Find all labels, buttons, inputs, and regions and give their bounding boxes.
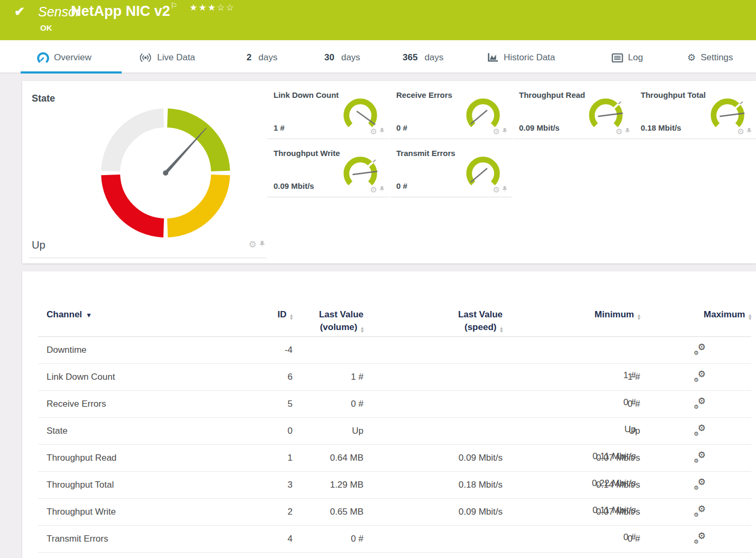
gauge-settings-gear-icon[interactable]: ⚙ bbox=[370, 127, 377, 135]
channel-settings-gears-icon[interactable]: ⚙⚙ bbox=[693, 397, 706, 409]
tab-log-label: Log bbox=[628, 52, 643, 63]
tab-overview-label: Overview bbox=[54, 52, 92, 63]
stars-empty-icon[interactable]: ☆☆ bbox=[217, 3, 235, 13]
channel-last-volume: 0 # bbox=[293, 399, 363, 409]
channel-id: 0 bbox=[220, 426, 293, 436]
state-gauge-cell: State Up ⚙ bbox=[29, 87, 266, 258]
channel-name[interactable]: Link Down Count bbox=[38, 372, 220, 382]
state-gauge bbox=[99, 107, 232, 239]
status-check-icon: ✔ bbox=[14, 4, 25, 19]
flag-icon[interactable]: ⚐ bbox=[170, 1, 177, 11]
channel-maximum: 0 # bbox=[529, 532, 636, 543]
mini-gauge-title: Receive Errors bbox=[396, 90, 452, 99]
gear-icon: ⚙ bbox=[687, 53, 696, 62]
channel-maximum: 0.11 Mbit/s bbox=[529, 451, 636, 462]
table-row-throughput-read: Throughput Read 1 0.64 MB 0.09 Mbit/s 0.… bbox=[38, 445, 751, 472]
column-header-last-value-volume[interactable]: Last Value(volume)▴▾ bbox=[293, 308, 363, 334]
tab-live-data[interactable]: Live Data bbox=[139, 51, 195, 65]
column-header-last-value-speed[interactable]: Last Value(speed)▴▾ bbox=[363, 308, 503, 334]
gauge-settings-gear-icon[interactable]: ⚙ bbox=[493, 186, 500, 194]
channel-settings-gears-icon[interactable]: ⚙⚙ bbox=[693, 370, 706, 382]
gauge-settings-gear-icon[interactable]: ⚙ bbox=[493, 127, 500, 135]
channels-table-header: Channel▼ ID▴▾ Last Value(volume)▴▾ Last … bbox=[38, 303, 751, 337]
mini-gauge-throughput-read: Throughput Read 0.09 Mbit/s ⚙ bbox=[513, 87, 634, 139]
pin-icon[interactable] bbox=[259, 241, 265, 249]
live-signal-icon bbox=[139, 52, 152, 63]
stars-filled-icon[interactable]: ★★★ bbox=[189, 3, 217, 13]
column-header-maximum[interactable]: Maximum▴▾ bbox=[640, 308, 751, 321]
channel-last-speed: 0.09 Mbit/s bbox=[363, 507, 503, 517]
pin-icon[interactable] bbox=[379, 128, 385, 135]
mini-gauge-throughput-total: Throughput Total 0.18 Mbit/s ⚙ bbox=[634, 87, 756, 139]
channel-name[interactable]: Receive Errors bbox=[38, 399, 220, 409]
gauges-panel: State Up ⚙ Link Down Count bbox=[22, 81, 756, 263]
sensor-title: NetApp NIC v2 bbox=[71, 3, 170, 20]
pin-icon[interactable] bbox=[625, 128, 630, 135]
channel-name[interactable]: Downtime bbox=[38, 345, 220, 355]
pin-icon[interactable] bbox=[379, 186, 385, 193]
tab-settings-label: Settings bbox=[700, 52, 733, 63]
channel-id: 4 bbox=[220, 534, 293, 544]
channel-settings-gears-icon[interactable]: ⚙⚙ bbox=[693, 424, 706, 436]
channel-settings-gears-icon[interactable]: ⚙⚙ bbox=[693, 505, 706, 517]
tab-365-days[interactable]: 365days bbox=[403, 51, 443, 65]
pin-icon[interactable] bbox=[746, 128, 752, 135]
mini-gauge-link-down-count: Link Down Count 1 # ⚙ bbox=[267, 87, 389, 139]
pin-icon[interactable] bbox=[502, 186, 507, 193]
channel-settings-gears-icon[interactable]: ⚙⚙ bbox=[693, 451, 706, 463]
tab-2-days[interactable]: 2days bbox=[247, 51, 277, 65]
channel-settings-gears-icon[interactable]: ⚙⚙ bbox=[693, 478, 706, 490]
mini-gauge-value: 0.09 Mbit/s bbox=[519, 123, 560, 132]
priority-stars[interactable]: ★★★☆☆ bbox=[189, 2, 235, 13]
mini-gauge-title: Link Down Count bbox=[274, 90, 339, 99]
channel-id: 2 bbox=[220, 507, 293, 517]
channel-name[interactable]: State bbox=[38, 426, 220, 436]
tab-30-days[interactable]: 30days bbox=[324, 51, 360, 65]
channel-name[interactable]: Throughput Write bbox=[38, 507, 220, 517]
tab-historic-data[interactable]: Historic Data bbox=[487, 51, 555, 65]
mini-gauge-throughput-write: Throughput Write 0.09 Mbit/s ⚙ bbox=[267, 145, 389, 197]
table-row-throughput-write: Throughput Write 2 0.65 MB 0.09 Mbit/s 0… bbox=[38, 499, 751, 526]
tab-live-data-label: Live Data bbox=[157, 52, 195, 63]
chart-icon bbox=[487, 52, 499, 63]
channels-table: Channel▼ ID▴▾ Last Value(volume)▴▾ Last … bbox=[38, 303, 751, 553]
channel-name[interactable]: Transmit Errors bbox=[38, 534, 220, 544]
sensor-status-badge: OK bbox=[40, 23, 52, 32]
channel-last-volume: Up bbox=[293, 426, 363, 436]
state-gauge-needle bbox=[163, 128, 207, 176]
tab-2-days-number: 2 bbox=[247, 52, 251, 63]
gauge-settings-gear-icon[interactable]: ⚙ bbox=[249, 240, 257, 249]
tab-365-days-number: 365 bbox=[403, 52, 417, 63]
channel-maximum: 0.22 Mbit/s bbox=[529, 478, 636, 489]
channel-id: 5 bbox=[220, 399, 293, 409]
channel-last-volume: 0.64 MB bbox=[293, 453, 363, 463]
tab-overview[interactable]: Overview bbox=[37, 51, 92, 65]
channel-settings-gears-icon[interactable]: ⚙⚙ bbox=[693, 532, 706, 544]
gauge-settings-gear-icon[interactable]: ⚙ bbox=[370, 186, 377, 194]
channel-id: 1 bbox=[220, 453, 293, 463]
gauge-settings-gear-icon[interactable]: ⚙ bbox=[737, 127, 744, 135]
channel-id: 3 bbox=[220, 480, 293, 490]
gauge-settings-gear-icon[interactable]: ⚙ bbox=[616, 127, 623, 135]
column-header-channel[interactable]: Channel▼ bbox=[38, 308, 220, 322]
tab-365-days-label: days bbox=[424, 52, 443, 63]
column-header-minimum[interactable]: Minimum▴▾ bbox=[503, 308, 640, 321]
mini-gauge-value: 0.09 Mbit/s bbox=[274, 181, 314, 190]
channel-id: -4 bbox=[220, 345, 293, 355]
table-row-receive-errors: Receive Errors 5 0 # 0 # 0 #⚙⚙ bbox=[38, 391, 751, 418]
channel-maximum: Up bbox=[529, 424, 636, 435]
channel-name[interactable]: Throughput Total bbox=[38, 480, 220, 490]
tab-settings[interactable]: ⚙ Settings bbox=[687, 51, 733, 65]
channel-name[interactable]: Throughput Read bbox=[38, 453, 220, 463]
channel-last-volume: 1.29 MB bbox=[293, 480, 363, 490]
column-header-id[interactable]: ID▴▾ bbox=[220, 308, 293, 321]
table-row-link-down-count: Link Down Count 6 1 # 1 # 1 # 1 #⚙⚙ bbox=[38, 364, 751, 391]
mini-gauge-receive-errors: Receive Errors 0 # ⚙ bbox=[390, 87, 512, 139]
tab-bar: Overview Live Data 2days 30days 365days … bbox=[0, 40, 756, 74]
tab-log[interactable]: Log bbox=[612, 51, 643, 65]
channel-settings-gears-icon[interactable]: ⚙⚙ bbox=[693, 343, 706, 355]
pin-icon[interactable] bbox=[502, 128, 507, 135]
channel-last-volume: 0 # bbox=[293, 534, 363, 544]
mini-gauge-value: 1 # bbox=[274, 123, 285, 132]
channel-maximum: 0.11 Mbit/s bbox=[529, 505, 636, 516]
